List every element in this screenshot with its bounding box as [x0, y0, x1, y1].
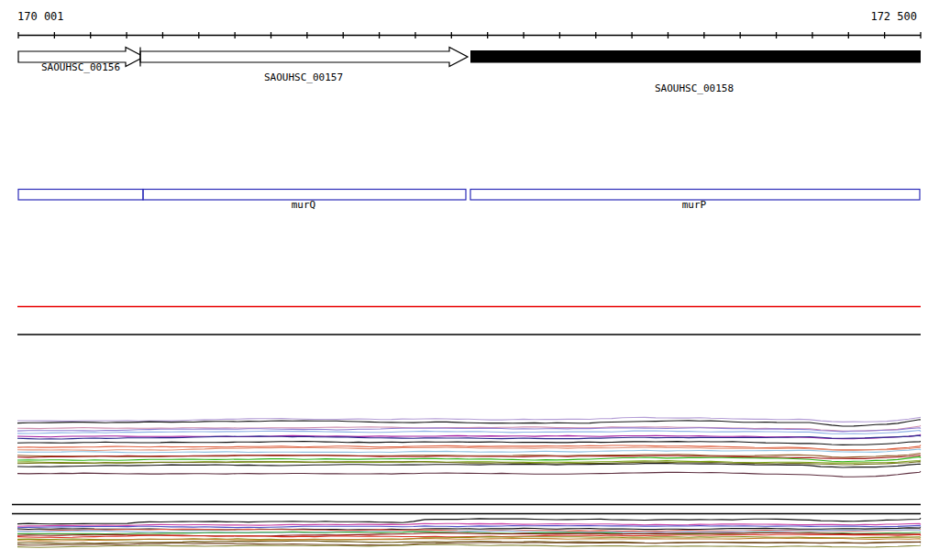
- coverage-trace: [17, 442, 921, 445]
- bottom-trace-band: [17, 518, 921, 547]
- coverage-trace: [17, 544, 921, 547]
- middle-trace-cluster: [17, 417, 921, 477]
- coverage-trace: [17, 431, 921, 434]
- gene-saouhsc-00157-label: SAOUHSC_00157: [264, 71, 343, 83]
- coverage-trace: [17, 538, 921, 541]
- scene-svg: SAOUHSC_00156SAOUHSC_00157SAOUHSC_00158m…: [0, 0, 939, 560]
- coverage-trace: [17, 525, 921, 527]
- gene-saouhsc-00158-label: SAOUHSC_00158: [655, 82, 734, 94]
- gene-saouhsc-00158-glyph[interactable]: [470, 50, 921, 63]
- gene-saouhsc-00157-glyph[interactable]: [140, 48, 468, 67]
- ruler: [18, 32, 921, 38]
- coverage-trace: [17, 518, 921, 524]
- gene-saouhsc-00156-label: SAOUHSC_00156: [41, 61, 120, 73]
- coverage-trace: [17, 471, 921, 477]
- coverage-trace: [17, 454, 921, 457]
- feature-label-murP: murP: [682, 199, 707, 211]
- feature-box-blank-0[interactable]: [18, 190, 143, 201]
- feature-label-murQ: murQ: [292, 199, 316, 211]
- feature-track: murQmurP: [18, 190, 920, 212]
- gene-track: SAOUHSC_00156SAOUHSC_00157SAOUHSC_00158: [18, 48, 921, 95]
- genome-browser-view: 170 001 172 500 SAOUHSC_00156SAOUHSC_001…: [0, 0, 939, 560]
